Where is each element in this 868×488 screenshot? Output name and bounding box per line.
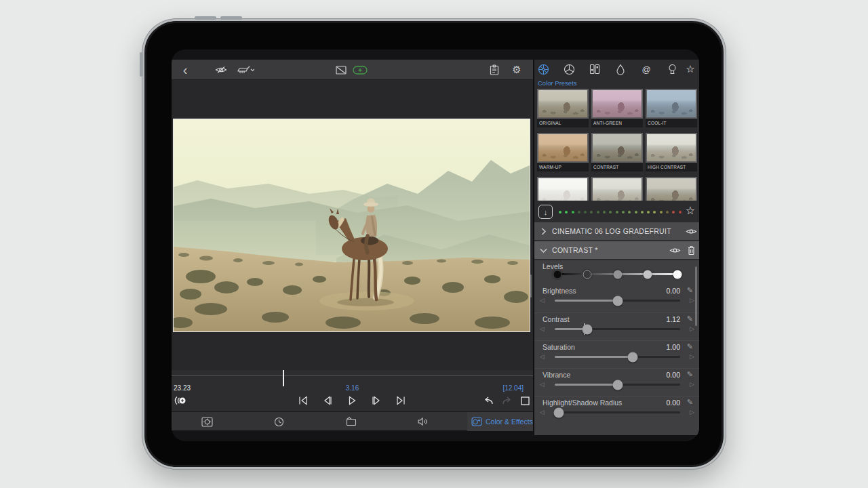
brush-dropdown-icon — [237, 65, 254, 75]
settings-button[interactable]: ⚙ — [508, 60, 526, 80]
page-dot — [647, 211, 650, 214]
audio-button[interactable] — [412, 412, 433, 431]
decrement-arrow[interactable]: ◁ — [540, 409, 545, 415]
tab-adjustments[interactable] — [586, 60, 604, 79]
pencil-icon[interactable]: ✎ — [687, 370, 693, 379]
project-notes-button[interactable] — [486, 60, 503, 80]
tab-color-presets[interactable] — [534, 60, 552, 79]
next-frame-button[interactable] — [370, 394, 382, 407]
preset-warm-up[interactable]: WARM-UP — [537, 133, 589, 171]
panel-tab-bar: @ ☆ — [534, 60, 699, 79]
slider-label: Highlight/Shadow Radius — [542, 399, 622, 407]
increment-arrow[interactable]: ▷ — [690, 382, 694, 388]
levels-knob-shadow[interactable] — [583, 270, 592, 279]
slider-track[interactable] — [555, 384, 680, 386]
favorite-preset-button[interactable]: ☆ — [686, 204, 695, 217]
slider-value: 0.00 — [667, 371, 680, 379]
slider-track[interactable] — [555, 356, 680, 358]
timeline-ruler[interactable] — [172, 375, 533, 376]
increment-arrow[interactable]: ▷ — [690, 409, 694, 415]
slider-track[interactable] — [555, 300, 680, 302]
pencil-icon[interactable]: ✎ — [687, 286, 693, 295]
jump-to-start-button[interactable] — [297, 394, 309, 407]
decrement-arrow[interactable]: ◁ — [540, 298, 545, 304]
preset-original[interactable]: ORIGINAL — [537, 89, 589, 127]
levels-knob-black[interactable] — [553, 270, 561, 279]
pencil-icon[interactable]: ✎ — [687, 314, 693, 323]
slider-handle[interactable] — [583, 324, 593, 334]
tab-keying[interactable] — [663, 60, 681, 79]
slider-track[interactable] — [555, 328, 680, 330]
levels-label: Levels — [542, 262, 563, 270]
levels-knob-white[interactable] — [673, 270, 682, 279]
jump-to-end-button[interactable] — [395, 394, 407, 407]
download-icon: ↓ — [544, 208, 548, 216]
preset-page-dots — [559, 211, 682, 214]
clip-speed-button[interactable] — [269, 412, 289, 431]
decrement-arrow[interactable]: ◁ — [540, 326, 545, 332]
slider-track[interactable] — [555, 411, 680, 413]
preset-row3-2[interactable] — [591, 177, 643, 201]
preset-thumbnail — [537, 89, 589, 119]
tab-favorites[interactable]: ☆ — [682, 60, 699, 79]
letterbox-button[interactable] — [332, 60, 350, 80]
page-dot — [622, 211, 625, 214]
pencil-icon[interactable]: ✎ — [687, 342, 693, 351]
frame-fit-button[interactable] — [340, 412, 361, 431]
panel-scrollbar[interactable] — [695, 266, 697, 326]
preset-contrast[interactable]: CONTRAST — [591, 133, 643, 171]
skip-start-icon — [298, 395, 309, 406]
levels-bar[interactable] — [555, 273, 680, 275]
stabilizer-button[interactable] — [197, 412, 217, 431]
preset-anti-green[interactable]: ANTI-GREEN — [591, 89, 643, 127]
delete-effect-button[interactable] — [683, 245, 699, 256]
pencil-icon[interactable]: ✎ — [687, 398, 693, 407]
effect-header-contrast[interactable]: CONTRAST * — [534, 241, 699, 259]
slider-handle[interactable] — [553, 407, 564, 418]
slider-label: Vibrance — [542, 371, 570, 379]
preset-row3-3[interactable] — [646, 177, 697, 201]
import-preset-button[interactable]: ↓ — [538, 205, 553, 219]
back-button[interactable]: ‹ — [176, 60, 194, 80]
slider-value: 0.00 — [667, 399, 680, 407]
viewer-scrollbar[interactable] — [530, 274, 532, 298]
effect-header-cinematic[interactable]: CINEMATIC 06 LOG GRADEFRUIT — [534, 222, 699, 240]
slider-value: 1.12 — [667, 315, 680, 323]
redo-button[interactable] — [501, 394, 513, 407]
color-wheel-icon — [538, 64, 549, 75]
effect-visibility-button[interactable] — [667, 247, 683, 254]
slider-row-highlight-shadow-radius: Highlight/Shadow Radius 0.00 ✎ ◁ ▷ — [534, 396, 699, 424]
stop-button[interactable] — [519, 394, 531, 407]
levels-knob-highlight[interactable] — [643, 270, 652, 279]
add-overlay-button[interactable] — [351, 60, 369, 80]
jog-wheel-button[interactable] — [174, 394, 186, 407]
preset-grid[interactable]: ORIGINAL ANTI-GREEN COOL-IT WARM-UP — [534, 89, 699, 201]
decrement-arrow[interactable]: ◁ — [540, 354, 545, 360]
effect-visibility-button[interactable] — [683, 228, 699, 235]
redo-icon — [502, 396, 513, 405]
tab-distort[interactable]: @ — [637, 60, 655, 79]
volume-down-button — [220, 16, 242, 20]
preset-high-contrast[interactable]: HIGH CONTRAST — [646, 133, 697, 171]
disable-preview-button[interactable] — [212, 60, 230, 80]
increment-arrow[interactable]: ▷ — [690, 326, 694, 332]
slider-handle[interactable] — [612, 296, 623, 306]
page-dot — [635, 211, 637, 214]
levels-knob-mid[interactable] — [613, 270, 622, 279]
color-effects-button[interactable]: Color & Effects — [467, 412, 533, 431]
slider-row-vibrance: Vibrance 0.00 ✎ ◁ ▷ — [534, 368, 699, 396]
previous-frame-button[interactable] — [321, 394, 334, 407]
tab-lut[interactable] — [560, 60, 578, 79]
increment-arrow[interactable]: ▷ — [690, 298, 694, 304]
undo-button[interactable] — [482, 394, 494, 407]
increment-arrow[interactable]: ▷ — [690, 354, 694, 360]
tab-chroma[interactable] — [612, 60, 629, 79]
decrement-arrow[interactable]: ◁ — [540, 382, 545, 388]
play-button[interactable] — [346, 394, 358, 407]
effects-preset-menu-button[interactable] — [235, 60, 256, 80]
timecode-remaining[interactable]: [12.04] — [502, 384, 524, 392]
slider-handle[interactable] — [612, 380, 623, 390]
preset-row3-1[interactable] — [537, 177, 589, 201]
preset-cool-it[interactable]: COOL-IT — [646, 89, 697, 127]
slider-handle[interactable] — [627, 352, 637, 362]
